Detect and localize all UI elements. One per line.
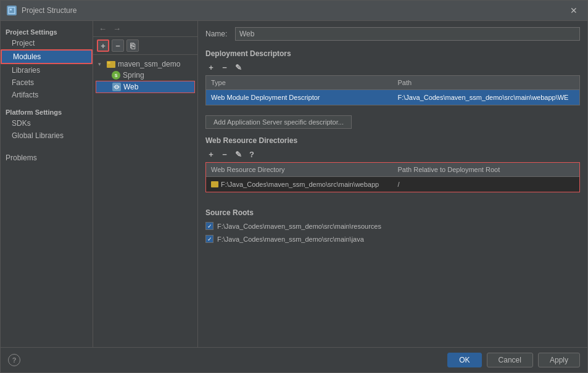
web-label: Web — [123, 83, 138, 91]
source-root-item-1: F:\Java_Codes\maven_ssm_demo\src\main\ja… — [205, 234, 580, 244]
svg-rect-1 — [10, 9, 12, 10]
web-dir-cell: F:\Java_Codes\maven_ssm_demo\src\main\we… — [206, 179, 393, 189]
web-dir-column-header: Web Resource Directory — [206, 165, 393, 174]
nav-arrows: ← → — [93, 21, 197, 37]
project-structure-dialog: Project Structure ✕ Project Settings Pro… — [0, 0, 588, 373]
remove-web-resource-button[interactable]: − — [219, 149, 230, 160]
source-root-item-0: F:\Java_Codes\maven_ssm_demo\src\main\re… — [205, 221, 580, 231]
relative-path-column-header: Path Relative to Deployment Root — [393, 165, 580, 174]
bottom-bar: ? OK Cancel Apply — [1, 347, 587, 372]
sidebar-item-global-libraries[interactable]: Global Libraries — [1, 129, 93, 142]
name-input[interactable] — [235, 27, 580, 41]
name-label: Name: — [205, 30, 230, 38]
web-resource-toolbar: + − ✎ ? — [205, 149, 580, 160]
tree-toolbar: + − ⎘ — [93, 37, 197, 55]
remove-module-button[interactable]: − — [112, 39, 124, 52]
add-web-resource-button[interactable]: + — [205, 149, 217, 160]
tree-leaf-icon2: ▶ — [104, 84, 110, 90]
deployment-descriptors-title: Deployment Descriptors — [205, 49, 580, 58]
web-dir-path: F:\Java_Codes\maven_ssm_demo\src\main\we… — [221, 181, 379, 188]
dialog-body: Project Settings Project Modules Librari… — [1, 21, 587, 347]
close-button[interactable]: ✕ — [566, 4, 581, 17]
spring-icon: S — [112, 71, 120, 80]
path-column-header: Path — [393, 78, 580, 88]
relative-path-cell: / — [393, 179, 580, 189]
source-roots-section: Source Roots F:\Java_Codes\maven_ssm_dem… — [205, 208, 580, 244]
add-module-button[interactable]: + — [97, 39, 109, 52]
web-icon — [112, 83, 121, 91]
apply-button[interactable]: Apply — [538, 353, 580, 367]
source-root-path-0: F:\Java_Codes\maven_ssm_demo\src\main\re… — [217, 223, 381, 230]
module-tree-panel: ← → + − ⎘ ▾ maven_ssm_d — [93, 21, 198, 347]
bottom-left: ? — [8, 354, 20, 366]
sidebar-item-libraries[interactable]: Libraries — [1, 64, 93, 76]
tree-arrow-icon: ▾ — [98, 61, 104, 67]
web-resource-table: Web Resource Directory Path Relative to … — [205, 162, 580, 192]
svg-text:S: S — [115, 73, 118, 78]
svg-rect-3 — [107, 62, 110, 64]
source-root-checkbox-0[interactable] — [205, 222, 213, 230]
tree-leaf-icon: ▶ — [103, 72, 109, 78]
descriptor-path: F:\Java_Codes\maven_ssm_demo\src\main\we… — [393, 92, 580, 102]
sidebar: Project Settings Project Modules Librari… — [1, 21, 93, 347]
web-resource-header: Web Resource Directory Path Relative to … — [206, 163, 579, 177]
web-resource-title: Web Resource Directories — [205, 136, 580, 145]
source-root-checkbox-1[interactable] — [205, 235, 213, 243]
sidebar-item-artifacts[interactable]: Artifacts — [1, 89, 93, 101]
add-server-descriptor-button[interactable]: Add Application Server specific descript… — [205, 115, 352, 129]
dialog-title: Project Structure — [22, 6, 561, 15]
deployment-table-header: Type Path — [206, 76, 579, 90]
relative-path-value: / — [398, 181, 400, 188]
tree-spring-node[interactable]: ▶ S Spring — [96, 70, 195, 81]
tree-root-label: maven_ssm_demo — [118, 60, 180, 68]
help-web-resource-button[interactable]: ? — [246, 149, 257, 160]
source-root-path-1: F:\Java_Codes\maven_ssm_demo\src\main\ja… — [217, 236, 364, 243]
platform-settings-label: Platform Settings — [1, 106, 93, 117]
name-row: Name: — [205, 27, 580, 41]
copy-module-button[interactable]: ⎘ — [126, 39, 139, 52]
spring-label: Spring — [123, 71, 144, 80]
folder-icon — [107, 61, 115, 68]
project-settings-label: Project Settings — [1, 26, 93, 37]
web-resource-row[interactable]: F:\Java_Codes\maven_ssm_demo\src\main\we… — [206, 177, 579, 192]
edit-web-resource-button[interactable]: ✎ — [233, 149, 244, 160]
sidebar-item-sdks[interactable]: SDKs — [1, 117, 93, 129]
descriptor-type: Web Module Deployment Descriptor — [206, 92, 393, 102]
deployment-table-row[interactable]: Web Module Deployment Descriptor F:\Java… — [206, 90, 579, 105]
type-column-header: Type — [206, 78, 393, 88]
add-descriptor-button[interactable]: + — [205, 62, 217, 73]
main-content: Name: Deployment Descriptors + − ✎ Type … — [198, 21, 587, 347]
help-button[interactable]: ? — [8, 354, 20, 366]
deployment-table: Type Path Web Module Deployment Descript… — [205, 75, 580, 105]
dialog-icon — [7, 6, 17, 15]
ok-button[interactable]: OK — [447, 353, 481, 367]
sidebar-item-facets[interactable]: Facets — [1, 76, 93, 89]
tree-web-node[interactable]: ▶ Web — [96, 81, 195, 93]
cancel-button[interactable]: Cancel — [487, 353, 533, 367]
source-roots-title: Source Roots — [205, 208, 580, 217]
remove-descriptor-button[interactable]: − — [219, 62, 230, 73]
back-arrow[interactable]: ← — [97, 23, 109, 34]
edit-descriptor-button[interactable]: ✎ — [233, 62, 244, 73]
deployment-descriptors-section: Deployment Descriptors + − ✎ Type Path W… — [205, 49, 580, 136]
tree-root-node[interactable]: ▾ maven_ssm_demo — [96, 59, 195, 70]
tree-content: ▾ maven_ssm_demo ▶ S — [93, 55, 197, 347]
web-dir-folder-icon — [211, 181, 218, 187]
web-resource-section: Web Resource Directories + − ✎ ? Web Res… — [205, 136, 580, 197]
title-bar: Project Structure ✕ — [1, 1, 587, 21]
sidebar-item-project[interactable]: Project — [1, 37, 93, 49]
forward-arrow[interactable]: → — [111, 23, 123, 34]
deployment-toolbar: + − ✎ — [205, 62, 580, 73]
sidebar-item-modules[interactable]: Modules — [1, 49, 93, 64]
bottom-right: OK Cancel Apply — [447, 353, 580, 367]
sidebar-item-problems[interactable]: Problems — [1, 152, 93, 164]
